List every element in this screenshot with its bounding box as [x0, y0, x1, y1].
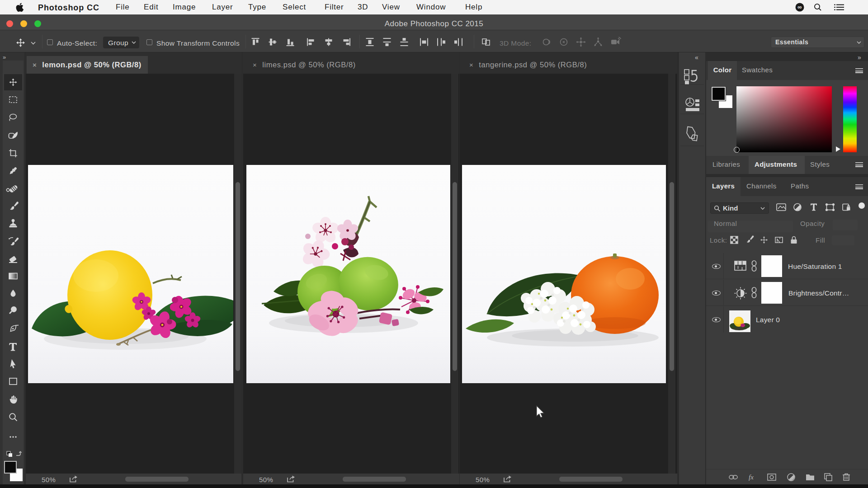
svg-text:∞: ∞ [797, 4, 802, 10]
svg-text:fx: fx [749, 474, 754, 481]
